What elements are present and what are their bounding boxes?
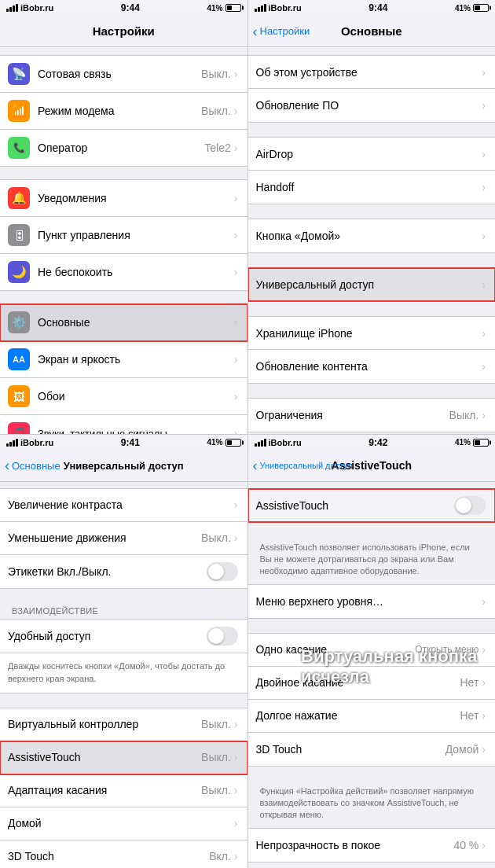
label-opacity: Непрозрачность в покое [256,839,381,851]
back-button-bl[interactable]: ‹ Основные [5,458,60,473]
row-airdrop[interactable]: AirDrop › [248,138,496,171]
carrier-tr: iBobr.ru [269,3,302,13]
battery-pct-br: 41% [455,438,471,447]
label-controlcenter: Пункт управления [38,229,130,241]
row-content: Хранилище iPhone › [256,327,486,340]
row-content: Уменьшение движения Выкл. › [8,531,238,544]
row-assistivetouch-bl[interactable]: AssistiveTouch Выкл. › [0,741,248,774]
row-labels[interactable]: Этикетки Вкл./Выкл. [0,555,248,588]
row-controlcenter[interactable]: 🎛 Пункт управления › [0,217,248,254]
row-content: Уведомления › [38,192,238,204]
chevron-carrier: › [234,142,238,154]
icon-cellular: 📡 [8,63,30,85]
row-increase-contrast[interactable]: Увеличение контраста › [0,489,248,522]
row-content: Кнопка «Домой» › [256,230,486,242]
label-accessibility: Универсальный доступ [256,278,375,291]
row-handoff[interactable]: Handoff › [248,171,496,204]
row-switch-control[interactable]: Виртуальный контроллер Выкл. › [0,708,248,741]
row-storage[interactable]: Хранилище iPhone › [248,317,496,350]
group-interaction: Удобный доступ Дважды коснитесь кнопки «… [0,619,248,693]
row-update[interactable]: Обновление ПО › [248,89,496,122]
row-content: Домой › [8,817,238,829]
battery-tl [226,4,241,12]
row-hotspot[interactable]: 📶 Режим модема Выкл. › [0,93,248,130]
label-hotspot: Режим модема [38,105,115,117]
row-reduce-motion[interactable]: Уменьшение движения Выкл. › [0,522,248,555]
time-tl: 9:44 [121,2,140,13]
panel-top-left: iBobr.ru 9:44 41% Настройки 📡 Сотовая св… [0,0,248,434]
chevron-cellular: › [234,68,238,80]
row-restrictions[interactable]: Ограничения Выкл. › [248,399,496,432]
toggle-labels[interactable] [207,562,238,581]
back-button-br[interactable]: ‹ Универсальный доступ [253,458,353,473]
battery-pct-tr: 41% [455,4,471,13]
battery-br [473,439,489,447]
row-reachability[interactable]: Удобный доступ [0,620,248,653]
chevron-controlcenter: › [234,229,238,241]
value-motion: Выкл. [201,531,231,544]
icon-display: AA [8,348,30,370]
row-content: Handoff › [256,181,486,193]
back-button-tr[interactable]: ‹ Настройки [253,24,310,39]
row-content: Режим модема Выкл. › [38,105,238,117]
group-network: 📡 Сотовая связь Выкл. › 📶 Режим модема В… [0,55,248,167]
carrier-bl: iBobr.ru [20,438,53,447]
row-3dtouch-bl[interactable]: 3D Touch Вкл. › [0,840,248,869]
chevron-opacity: › [482,839,486,851]
row-bgrefresh[interactable]: Обновление контента › [248,350,496,383]
row-touch-adapt[interactable]: Адаптация касания Выкл. › [0,774,248,807]
row-single-tap[interactable]: Одно касание Открыть меню › [248,634,496,667]
icon-notifications: 🔔 [8,187,30,209]
row-display[interactable]: AA Экран и яркость › [0,341,248,378]
nav-bar-tl: Настройки [0,16,248,47]
row-home-bl[interactable]: Домой › [0,807,248,840]
chevron-update: › [482,99,486,112]
icon-hotspot: 📶 [8,100,30,122]
row-content: Одно касание Открыть меню › [256,643,486,656]
row-opacity[interactable]: Непрозрачность в покое 40 % › [248,829,496,862]
chevron-storage: › [482,327,486,340]
row-notifications[interactable]: 🔔 Уведомления › [0,180,248,217]
row-carrier[interactable]: 📞 Оператор Tele2 › [0,130,248,166]
row-cellular[interactable]: 📡 Сотовая связь Выкл. › [0,56,248,93]
row-about[interactable]: Об этом устройстве › [248,56,496,89]
row-3dtouch-br[interactable]: 3D Touch Домой › [248,733,496,766]
row-homebutton[interactable]: Кнопка «Домой» › [248,219,496,252]
label-3dtouch-br: 3D Touch [256,743,302,756]
status-bar-br: iBobr.ru 9:42 41% [248,435,496,451]
icon-dnd: 🌙 [8,261,30,283]
panel-bottom-right: iBobr.ru 9:42 41% ‹ Универсальный доступ… [248,435,496,869]
row-general[interactable]: ⚙️ Основные › [0,304,248,341]
row-content: Этикетки Вкл./Выкл. [8,562,238,581]
value-touch-adapt: Выкл. [201,784,231,796]
row-content: Экран и яркость › [38,353,238,366]
row-wallpaper[interactable]: 🖼 Обои › [0,378,248,415]
label-handoff: Handoff [256,181,295,193]
label-reachability: Удобный доступ [8,630,90,642]
chevron-wallpaper: › [234,390,238,403]
row-accessibility[interactable]: Универсальный доступ › [248,268,496,301]
row-content: Адаптация касания Выкл. › [8,784,238,796]
time-br: 9:42 [368,437,387,448]
icon-sounds: 🎵 [8,422,30,434]
desc-reachability: Дважды коснитесь кнопки «Домой», чтобы д… [8,660,238,685]
row-top-menu[interactable]: Меню верхнего уровня… › [248,585,496,618]
status-bar-bl: iBobr.ru 9:41 41% [0,435,248,451]
back-label-br: Универсальный доступ [260,461,353,470]
row-dnd[interactable]: 🌙 Не беспокоить › [0,254,248,290]
value-hotspot: Выкл. [201,105,231,117]
row-double-tap[interactable]: Двойное касание Нет › [248,667,496,700]
icon-general: ⚙️ [8,311,30,333]
chevron-bgrefresh: › [482,360,486,373]
label-touch-adapt: Адаптация касания [8,784,107,796]
row-long-press[interactable]: Долгое нажатие Нет › [248,700,496,733]
row-content: 3D Touch Домой › [256,743,486,756]
row-at-toggle[interactable]: AssistiveTouch [248,489,496,522]
toggle-at[interactable] [454,496,486,515]
row-sounds[interactable]: 🎵 Звуки, тактильные сигналы › [0,415,248,434]
carrier-br: iBobr.ru [269,438,302,447]
signal-icon [6,4,18,12]
chevron-at-bl: › [234,751,238,763]
signal-icon-bl [6,439,18,447]
toggle-reachability[interactable] [207,627,238,645]
